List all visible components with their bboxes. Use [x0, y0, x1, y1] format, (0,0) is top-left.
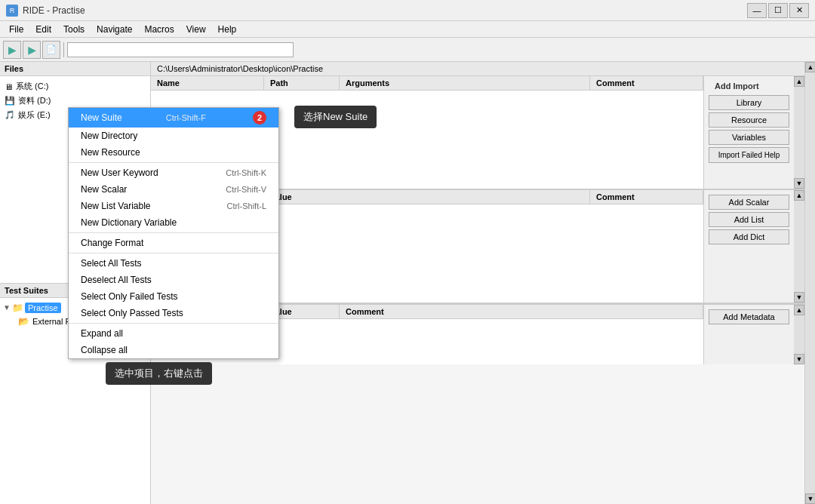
tooltip-1: 选中项目，右键点击 [106, 362, 212, 385]
add-import-label: Add Import [709, 79, 789, 93]
minimize-button[interactable]: — [747, 3, 767, 18]
title-bar: R RIDE - Practise — ☐ ✕ [0, 0, 815, 21]
menu-help[interactable]: Help [212, 23, 243, 36]
add-list-button[interactable]: Add List [709, 212, 789, 227]
menu-item-new-keyword-label: New User Keyword [81, 167, 158, 178]
toolbar-new-button[interactable]: 📄 [42, 41, 60, 59]
tree-root-label: Practise [25, 303, 61, 313]
drive-d[interactable]: 💾 资料 (D:) [0, 94, 150, 108]
menu-sep-4 [69, 323, 278, 324]
dropdown-menu: New Suite Ctrl-Shift-F 2 New Directory N… [68, 107, 279, 359]
drive-c-icon: 🖥 [5, 82, 13, 91]
menu-item-select-failed[interactable]: Select Only Failed Tests [69, 288, 278, 305]
toolbar: ▶ ◀ 📄 [0, 38, 815, 62]
menu-item-change-format[interactable]: Change Format [69, 235, 278, 251]
maximize-button[interactable]: ☐ [768, 3, 788, 18]
toolbar-back-button[interactable]: ▶ [3, 41, 21, 59]
import-failed-help-button[interactable]: Import Failed Help [709, 147, 789, 163]
vars-buttons: Add Scalar Add List Add Dict [703, 190, 794, 303]
meta-buttons: Add Metadata [703, 305, 794, 364]
scroll-up-arrow[interactable]: ▲ [794, 76, 804, 87]
menu-item-new-scalar-label: New Scalar [81, 184, 127, 195]
main-scroll-down[interactable]: ▼ [805, 493, 815, 504]
meta-header-comment: Comment [340, 305, 703, 318]
import-scrollbar: ▲ ▼ [794, 76, 804, 189]
import-header-path: Path [264, 76, 340, 90]
menu-bar: File Edit Tools Navigate Macros View Hel… [0, 21, 815, 38]
menu-item-select-failed-label: Select Only Failed Tests [81, 291, 178, 302]
add-scalar-button[interactable]: Add Scalar [709, 195, 789, 210]
app-icon: R [6, 5, 18, 17]
add-dict-button[interactable]: Add Dict [709, 229, 789, 244]
menu-file[interactable]: File [3, 23, 29, 36]
drive-d-icon: 💾 [5, 96, 15, 106]
drive-c[interactable]: 🖥 系统 (C:) [0, 79, 150, 94]
tree-expand-icon: ▼ [3, 303, 11, 312]
scroll-down-arrow[interactable]: ▼ [794, 178, 804, 189]
menu-sep-1 [69, 162, 278, 163]
drive-c-label: 系统 (C:) [16, 81, 48, 92]
menu-sep-2 [69, 232, 278, 233]
menu-item-new-keyword[interactable]: New User Keyword Ctrl-Shift-K [69, 164, 278, 181]
window-title: RIDE - Practise [23, 5, 85, 16]
menu-item-change-format-label: Change Format [81, 238, 143, 248]
folder-icon-ext: 📂 [18, 316, 29, 327]
drive-e-label: 娱乐 (E:) [18, 109, 51, 121]
drive-d-label: 资料 (D:) [18, 95, 51, 106]
menu-item-new-suite-shortcut: Ctrl-Shift-F [166, 113, 206, 122]
menu-item-new-suite-badge: 2 [253, 111, 266, 124]
menu-view[interactable]: View [180, 23, 212, 36]
vars-scrollbar: ▲ ▼ [794, 190, 804, 303]
menu-item-new-dict-label: New Dictionary Variable [81, 217, 177, 228]
import-header-args: Arguments [340, 76, 590, 90]
menu-edit[interactable]: Edit [29, 23, 57, 36]
library-button[interactable]: Library [709, 95, 789, 110]
tooltip-2-text: 选择New Suite [303, 110, 368, 124]
menu-navigate[interactable]: Navigate [91, 23, 138, 36]
vars-scroll-down[interactable]: ▼ [794, 292, 804, 303]
menu-item-new-list[interactable]: New List Variable Ctrl-Shift-L [69, 198, 278, 214]
menu-item-new-list-label: New List Variable [81, 201, 150, 211]
meta-scroll-down[interactable]: ▼ [794, 354, 804, 364]
menu-item-new-directory[interactable]: New Directory [69, 128, 278, 144]
menu-item-deselect-all[interactable]: Deselect All Tests [69, 272, 278, 288]
menu-item-select-passed-label: Select Only Passed Tests [81, 308, 183, 318]
menu-item-new-resource-label: New Resource [81, 147, 140, 158]
menu-item-new-keyword-shortcut: Ctrl-Shift-K [226, 168, 266, 177]
add-metadata-button[interactable]: Add Metadata [709, 309, 789, 324]
toolbar-forward-button[interactable]: ◀ [23, 41, 41, 59]
menu-item-expand-all[interactable]: Expand all [69, 325, 278, 342]
main-scroll-up[interactable]: ▲ [805, 62, 815, 72]
variables-button[interactable]: Variables [709, 130, 789, 145]
menu-item-select-passed[interactable]: Select Only Passed Tests [69, 305, 278, 321]
menu-item-collapse-all[interactable]: Collapse all [69, 342, 278, 358]
folder-icon: 📁 [12, 303, 23, 313]
menu-item-new-suite-label: New Suite [81, 112, 122, 123]
menu-macros[interactable]: Macros [138, 23, 180, 36]
tooltip-2: 选择New Suite [294, 106, 377, 128]
menu-item-new-resource[interactable]: New Resource [69, 144, 278, 161]
meta-scrollbar: ▲ ▼ [794, 305, 804, 364]
vars-scroll-up[interactable]: ▲ [794, 190, 804, 201]
menu-item-new-dict[interactable]: New Dictionary Variable [69, 214, 278, 231]
toolbar-separator [63, 42, 64, 57]
path-bar: C:\Users\Administrator\Desktop\icon\Prac… [151, 62, 804, 76]
close-button[interactable]: ✕ [789, 3, 809, 18]
menu-item-new-scalar-shortcut: Ctrl-Shift-V [226, 185, 266, 194]
menu-item-new-scalar[interactable]: New Scalar Ctrl-Shift-V [69, 181, 278, 198]
menu-item-new-suite[interactable]: New Suite Ctrl-Shift-F 2 [69, 108, 278, 128]
main-scrollbar: ▲ ▼ [804, 62, 815, 504]
import-buttons: Add Import Library Resource Variables Im… [703, 76, 794, 189]
meta-scroll-up[interactable]: ▲ [794, 305, 804, 315]
vars-header-val: Value [264, 190, 590, 204]
menu-tools[interactable]: Tools [57, 23, 91, 36]
window-controls: — ☐ ✕ [747, 3, 809, 18]
search-input[interactable] [67, 42, 294, 57]
drive-e-icon: 🎵 [5, 110, 15, 120]
menu-item-collapse-all-label: Collapse all [81, 345, 128, 355]
resource-button[interactable]: Resource [709, 112, 789, 128]
tooltip-1-text: 选中项目，右键点击 [115, 367, 203, 380]
menu-sep-3 [69, 253, 278, 254]
menu-item-select-all[interactable]: Select All Tests [69, 255, 278, 272]
menu-item-select-all-label: Select All Tests [81, 258, 141, 269]
